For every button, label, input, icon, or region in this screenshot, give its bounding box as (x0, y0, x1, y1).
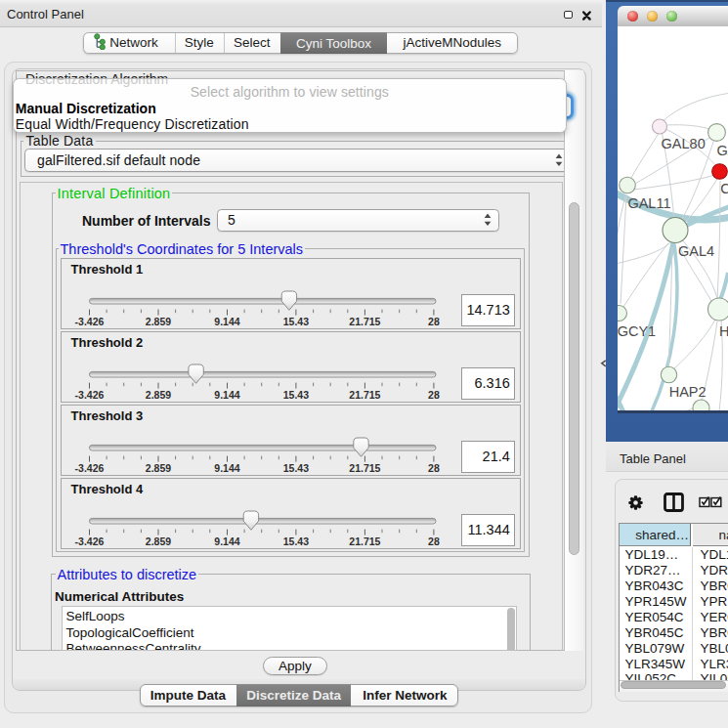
svg-text:-3.426: -3.426 (75, 316, 105, 327)
svg-text:2.859: 2.859 (146, 535, 171, 547)
svg-text:21.715: 21.715 (349, 389, 380, 401)
svg-text:-3.426: -3.426 (75, 535, 105, 547)
svg-text:C: C (720, 181, 728, 196)
svg-text:GA: GA (717, 143, 728, 158)
svg-text:21.715: 21.715 (349, 462, 380, 474)
svg-text:2.859: 2.859 (146, 462, 171, 474)
svg-text:21.715: 21.715 (349, 535, 380, 547)
svg-text:GAL11: GAL11 (627, 195, 670, 211)
svg-text:2.859: 2.859 (146, 316, 171, 327)
svg-text:28: 28 (428, 462, 440, 474)
svg-text:9.144: 9.144 (214, 316, 239, 327)
svg-text:H: H (719, 323, 728, 339)
svg-text:28: 28 (428, 535, 440, 547)
svg-text:15.43: 15.43 (283, 316, 309, 327)
svg-text:15.43: 15.43 (283, 389, 309, 401)
svg-text:9.144: 9.144 (214, 462, 239, 474)
svg-text:15.43: 15.43 (283, 535, 309, 547)
svg-text:-3.426: -3.426 (75, 462, 105, 474)
svg-text:28: 28 (428, 316, 440, 327)
svg-text:9.144: 9.144 (214, 535, 239, 547)
svg-text:GAL80: GAL80 (662, 136, 706, 151)
svg-text:GCY1: GCY1 (618, 323, 656, 339)
svg-text:15.43: 15.43 (283, 462, 309, 474)
svg-text:21.715: 21.715 (349, 316, 380, 327)
svg-text:2.859: 2.859 (146, 389, 171, 401)
svg-text:-3.426: -3.426 (75, 389, 105, 401)
svg-text:GAL4: GAL4 (678, 243, 714, 259)
svg-text:HAP2: HAP2 (669, 384, 707, 400)
svg-text:9.144: 9.144 (214, 389, 239, 401)
svg-text:28: 28 (428, 389, 440, 401)
